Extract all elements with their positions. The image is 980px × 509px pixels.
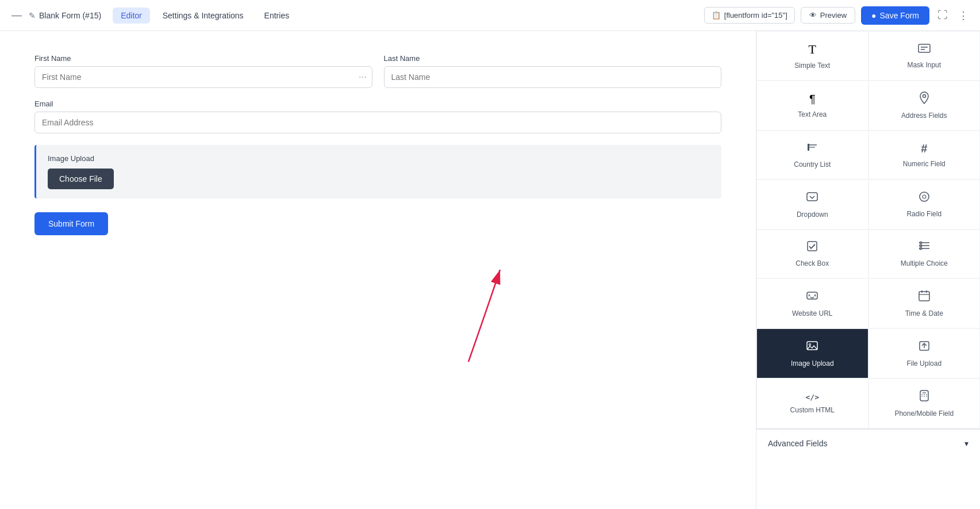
country-list-label: Country List	[794, 160, 831, 169]
dropdown-icon	[806, 190, 818, 206]
eye-icon: 👁	[809, 11, 817, 20]
field-item-dropdown[interactable]: Dropdown	[756, 179, 868, 229]
save-label: Save Form	[880, 11, 919, 20]
text-area-icon: ¶	[809, 93, 816, 106]
svg-rect-1	[918, 44, 930, 52]
first-name-input[interactable]	[34, 66, 372, 88]
field-item-website-url[interactable]: Website URL	[756, 278, 868, 328]
image-upload-section: Image Upload Choose File	[34, 145, 721, 198]
svg-rect-7	[807, 193, 817, 201]
phone-icon	[919, 389, 929, 405]
main-layout: First Name ⋯ Last Name Email	[0, 31, 980, 509]
country-list-icon	[806, 141, 818, 156]
tab-settings[interactable]: Settings & Integrations	[155, 7, 252, 24]
arrow-svg	[34, 247, 523, 373]
minimize-button[interactable]: —	[9, 7, 24, 24]
arrow-area	[34, 247, 721, 373]
address-icon	[918, 91, 930, 107]
svg-rect-10	[808, 242, 817, 251]
top-nav: — ✎ Blank Form (#15) Editor Settings & I…	[0, 0, 980, 31]
edit-icon: ✎	[29, 11, 36, 20]
field-item-phone[interactable]: Phone/Mobile Field	[868, 378, 981, 428]
field-item-checkbox[interactable]: Check Box	[756, 229, 868, 278]
shortcode-icon: 📋	[712, 11, 721, 20]
website-url-icon	[806, 289, 818, 305]
field-item-custom-html[interactable]: </> Custom HTML	[756, 378, 868, 428]
field-item-text-area[interactable]: ¶ Text Area	[756, 81, 868, 131]
image-upload-label: Image Upload	[48, 154, 710, 163]
email-row: Email	[34, 99, 721, 133]
multiple-choice-label: Multiple Choice	[901, 259, 948, 267]
phone-label: Phone/Mobile Field	[894, 410, 954, 418]
save-form-button[interactable]: ● Save Form	[861, 6, 929, 25]
numeric-icon: #	[921, 142, 927, 155]
chevron-down-icon: ▾	[964, 439, 969, 448]
field-item-time-date[interactable]: Time & Date	[868, 278, 981, 328]
form-area: First Name ⋯ Last Name Email	[0, 31, 756, 509]
first-name-input-wrapper: ⋯	[34, 66, 372, 88]
numeric-label: Numeric Field	[903, 160, 946, 168]
file-upload-icon	[918, 339, 930, 355]
website-url-label: Website URL	[792, 309, 832, 317]
field-item-radio[interactable]: Radio Field	[868, 179, 981, 229]
checkbox-label: Check Box	[795, 259, 829, 267]
field-item-file-upload[interactable]: File Upload	[868, 328, 981, 378]
svg-rect-4	[808, 144, 809, 151]
shortcode-button[interactable]: 📋 [fluentform id="15"]	[704, 7, 795, 24]
preview-label: Preview	[820, 11, 847, 20]
field-item-country-list[interactable]: Country List	[756, 131, 868, 179]
email-label: Email	[34, 99, 721, 108]
email-input-wrapper	[34, 112, 721, 133]
mask-input-icon	[918, 43, 931, 56]
last-name-input-wrapper	[384, 66, 722, 88]
tab-entries[interactable]: Entries	[256, 7, 298, 24]
shortcode-label: [fluentform id="15"]	[724, 11, 787, 20]
right-panel: T Simple Text Mask Input ¶ Text Area Ad	[756, 31, 980, 509]
advanced-fields-header[interactable]: Advanced Fields ▾	[756, 429, 980, 457]
tab-editor[interactable]: Editor	[113, 7, 150, 24]
name-row: First Name ⋯ Last Name	[34, 54, 721, 88]
save-icon: ●	[871, 11, 876, 20]
time-date-label: Time & Date	[905, 309, 943, 317]
advanced-fields-label: Advanced Fields	[768, 439, 828, 448]
image-upload-label-panel: Image Upload	[791, 359, 834, 368]
svg-point-23	[809, 344, 811, 346]
svg-rect-22	[807, 342, 817, 350]
nav-right: 📋 [fluentform id="15"] 👁 Preview ● Save …	[704, 6, 971, 25]
radio-label: Radio Field	[906, 210, 941, 218]
field-item-numeric[interactable]: # Numeric Field	[868, 131, 981, 179]
field-item-mask-input[interactable]: Mask Input	[868, 31, 981, 81]
file-upload-label: File Upload	[906, 359, 941, 368]
first-name-label: First Name	[34, 54, 372, 63]
preview-button[interactable]: 👁 Preview	[801, 7, 855, 24]
submit-form-button[interactable]: Submit Form	[34, 212, 108, 235]
text-area-label: Text Area	[798, 110, 827, 118]
svg-rect-18	[919, 292, 929, 301]
field-item-simple-text[interactable]: T Simple Text	[756, 31, 868, 81]
dropdown-label: Dropdown	[797, 211, 828, 219]
svg-point-8	[920, 192, 929, 201]
field-item-address[interactable]: Address Fields	[868, 81, 981, 131]
fullscreen-button[interactable]: ⛶	[935, 7, 950, 24]
choose-file-button[interactable]: Choose File	[48, 169, 114, 189]
email-input[interactable]	[34, 112, 721, 133]
time-date-icon	[918, 289, 931, 305]
mask-input-label: Mask Input	[907, 61, 941, 69]
field-item-multiple-choice[interactable]: Multiple Choice	[868, 229, 981, 278]
address-label: Address Fields	[901, 112, 947, 120]
more-options-button[interactable]: ⋮	[956, 7, 971, 24]
svg-point-9	[923, 195, 926, 198]
form-title: Blank Form (#15)	[39, 11, 101, 20]
field-item-image-upload[interactable]: Image Upload	[756, 328, 868, 378]
checkbox-icon	[806, 240, 818, 255]
first-name-edit-icon: ⋯	[359, 72, 367, 82]
radio-icon	[918, 191, 930, 205]
form-title-area: ✎ Blank Form (#15)	[29, 11, 101, 20]
custom-html-icon: </>	[806, 393, 819, 401]
last-name-input[interactable]	[384, 66, 722, 88]
fields-grid: T Simple Text Mask Input ¶ Text Area Ad	[756, 31, 980, 429]
last-name-group: Last Name	[384, 54, 722, 88]
first-name-group: First Name ⋯	[34, 54, 372, 88]
multiple-choice-icon	[918, 240, 931, 255]
email-group: Email	[34, 99, 721, 133]
